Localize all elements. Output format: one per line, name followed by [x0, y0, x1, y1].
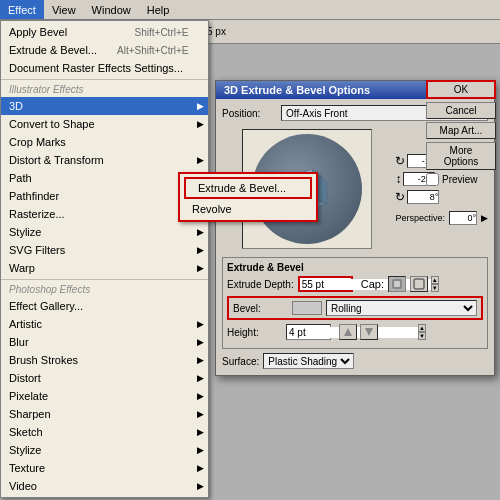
dropdown-overlay: Apply Bevel Shift+Ctrl+E Extrude & Bevel… [0, 20, 209, 498]
menu-extrude-bevel[interactable]: Extrude & Bevel... Alt+Shift+Ctrl+E [1, 41, 208, 59]
arrow-sharpen: ▶ [197, 409, 204, 419]
preview-checkbox[interactable] [426, 173, 439, 186]
menu-crop-marks[interactable]: Crop Marks [1, 133, 208, 151]
perspective-input[interactable] [449, 211, 477, 225]
arrow-svg: ▶ [197, 245, 204, 255]
arrow-brush: ▶ [197, 355, 204, 365]
arrow-3d: ▶ [197, 101, 204, 111]
menu-video[interactable]: Video ▶ [1, 477, 208, 495]
rotate-icon-3: ↻ [395, 190, 405, 204]
extrude-depth-row: Extrude Depth: ▲ ▼ Cap: [227, 276, 483, 292]
extrude-up[interactable]: ▲ [431, 276, 439, 284]
bevel-out-btn[interactable] [339, 324, 357, 340]
arrow-distort2: ▶ [197, 373, 204, 383]
arrow-blur: ▶ [197, 337, 204, 347]
arrow-distort: ▶ [197, 155, 204, 165]
menubar: Effect View Window Help [0, 0, 500, 20]
arrow-stylize: ▶ [197, 227, 204, 237]
more-options-button[interactable]: More Options [426, 142, 496, 170]
arrow-sketch: ▶ [197, 427, 204, 437]
menu-artistic[interactable]: Artistic ▶ [1, 315, 208, 333]
cap-button-off[interactable] [410, 276, 428, 292]
cap-button-on[interactable] [388, 276, 406, 292]
bevel-direction-buttons [339, 324, 378, 340]
surface-row: Surface: Plastic Shading [222, 353, 488, 369]
menu-view[interactable]: View [44, 0, 84, 19]
rotate-icon-1: ↻ [395, 154, 405, 168]
height-row: Height: ▲ ▼ [227, 324, 483, 340]
divider-1 [1, 79, 208, 80]
menu-warp[interactable]: Warp ▶ [1, 259, 208, 277]
bevel-row: Bevel: Rolling [227, 296, 483, 320]
preview-label: Preview [442, 174, 478, 185]
extrude-depth-arrows: ▲ ▼ [431, 276, 439, 292]
svg-marker-10 [365, 328, 373, 336]
arrow-stylize2: ▶ [197, 445, 204, 455]
svg-marker-9 [344, 328, 352, 336]
svg-rect-7 [394, 281, 400, 287]
bevel-label: Bevel: [233, 303, 288, 314]
extrude-down[interactable]: ▼ [431, 284, 439, 292]
menu-stylize2[interactable]: Stylize ▶ [1, 441, 208, 459]
arrow-pixelate: ▶ [197, 391, 204, 401]
menu-distort-transform[interactable]: Distort & Transform ▶ [1, 151, 208, 169]
divider-2 [1, 279, 208, 280]
bevel-select[interactable]: Rolling [326, 300, 477, 316]
menu-stylize[interactable]: Stylize ▶ [1, 223, 208, 241]
menu-3d[interactable]: 3D ▶ [1, 97, 208, 115]
position-label: Position: [222, 108, 277, 119]
angle-input-3[interactable] [407, 190, 439, 204]
menu-effect-gallery[interactable]: Effect Gallery... [1, 297, 208, 315]
menu-blur[interactable]: Blur ▶ [1, 333, 208, 351]
map-art-button[interactable]: Map Art... [426, 122, 496, 139]
menu-help[interactable]: Help [139, 0, 178, 19]
menu-effect[interactable]: Effect [0, 0, 44, 19]
menu-sharpen[interactable]: Sharpen ▶ [1, 405, 208, 423]
perspective-row: Perspective: ▶ [395, 211, 488, 225]
menu-convert-shape[interactable]: Convert to Shape ▶ [1, 115, 208, 133]
height-label: Height: [227, 327, 282, 338]
height-input-wrapper: ▲ ▼ [286, 324, 331, 340]
extrude-bevel-title: Extrude & Bevel [227, 262, 483, 273]
menu-sketch[interactable]: Sketch ▶ [1, 423, 208, 441]
rotate-icon-2: ↕ [395, 172, 401, 186]
arrow-convert: ▶ [197, 119, 204, 129]
angle-row-3: ↻ [395, 190, 488, 204]
extrude-depth-label: Extrude Depth: [227, 279, 294, 290]
cancel-button[interactable]: Cancel [426, 102, 496, 119]
height-down[interactable]: ▼ [418, 332, 426, 340]
bevel-swatch [292, 301, 322, 315]
photoshop-effects-label: Photoshop Effects [1, 282, 208, 297]
menu-distort[interactable]: Distort ▶ [1, 369, 208, 387]
menu-brush-strokes[interactable]: Brush Strokes ▶ [1, 351, 208, 369]
submenu-3d: Extrude & Bevel... Revolve [178, 172, 318, 222]
surface-select[interactable]: Plastic Shading [263, 353, 354, 369]
surface-label: Surface: [222, 356, 259, 367]
extrude-bevel-section: Extrude & Bevel Extrude Depth: ▲ ▼ Cap: [222, 257, 488, 349]
arrow-artistic: ▶ [197, 319, 204, 329]
perspective-label: Perspective: [395, 213, 445, 223]
height-up[interactable]: ▲ [418, 324, 426, 332]
menu-pixelate[interactable]: Pixelate ▶ [1, 387, 208, 405]
arrow-video: ▶ [197, 481, 204, 491]
preview-checkbox-row: Preview [426, 173, 496, 186]
submenu-extrude-bevel[interactable]: Extrude & Bevel... [184, 177, 312, 199]
height-arrows: ▲ ▼ [418, 324, 426, 340]
menu-window[interactable]: Window [84, 0, 139, 19]
menu-document-raster[interactable]: Document Raster Effects Settings... [1, 59, 208, 77]
menu-svg-filters[interactable]: SVG Filters ▶ [1, 241, 208, 259]
bevel-in-btn[interactable] [360, 324, 378, 340]
arrow-texture: ▶ [197, 463, 204, 473]
cap-label: Cap: [361, 278, 384, 290]
submenu-revolve[interactable]: Revolve [180, 200, 316, 218]
menu-apply-bevel[interactable]: Apply Bevel Shift+Ctrl+E [1, 23, 208, 41]
perspective-arrow[interactable]: ▶ [481, 213, 488, 223]
illustrator-effects-label: Illustrator Effects [1, 82, 208, 97]
svg-rect-8 [414, 279, 424, 289]
arrow-warp: ▶ [197, 263, 204, 273]
dialog-buttons-panel: OK Cancel Map Art... More Options Previe… [426, 80, 496, 186]
effect-menu: Apply Bevel Shift+Ctrl+E Extrude & Bevel… [0, 20, 209, 498]
ok-button[interactable]: OK [426, 80, 496, 99]
extrude-depth-input-wrapper: ▲ ▼ [298, 276, 353, 292]
menu-texture[interactable]: Texture ▶ [1, 459, 208, 477]
